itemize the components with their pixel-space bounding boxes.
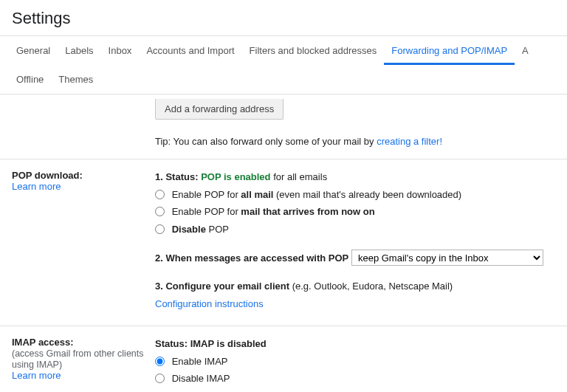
pop-action-select[interactable]: keep Gmail's copy in the Inbox xyxy=(351,250,543,266)
tab-forwarding[interactable]: Forwarding and POP/IMAP xyxy=(384,36,515,65)
pop-opt1-suffix: (even mail that's already been downloade… xyxy=(273,189,461,200)
settings-tabs: General Labels Inbox Accounts and Import… xyxy=(0,35,567,94)
add-forwarding-address-button[interactable]: Add a forwarding address xyxy=(155,99,284,120)
imap-title: IMAP access: xyxy=(12,337,74,348)
tip-text: Tip: You can also forward only some of y… xyxy=(155,136,377,147)
pop-radio-from-now[interactable] xyxy=(155,207,165,216)
pop-opt1-bold: all mail xyxy=(241,189,273,200)
pop-q2-label: 2. When messages are accessed with POP xyxy=(155,252,348,264)
tab-offline[interactable]: Offline xyxy=(9,65,51,94)
tab-addons[interactable]: A xyxy=(515,36,529,65)
tab-accounts[interactable]: Accounts and Import xyxy=(139,36,241,65)
imap-learn-more-link[interactable]: Learn more xyxy=(12,370,61,381)
pop-radio-disable[interactable] xyxy=(155,224,165,234)
pop-status-prefix: 1. Status: xyxy=(155,171,201,182)
pop-config-instructions-link[interactable]: Configuration instructions xyxy=(155,298,264,309)
forwarding-tip: Tip: You can also forward only some of y… xyxy=(155,136,555,147)
imap-status-value: IMAP is disabled xyxy=(190,338,267,349)
pop-learn-more-link[interactable]: Learn more xyxy=(12,181,61,192)
tab-general[interactable]: General xyxy=(9,36,58,65)
pop-opt2-prefix: Enable POP for xyxy=(172,206,241,217)
tab-inbox[interactable]: Inbox xyxy=(101,36,140,65)
imap-opt2-label: Disable IMAP xyxy=(172,373,230,384)
imap-status-prefix: Status: xyxy=(155,338,190,349)
page-title: Settings xyxy=(12,9,555,28)
tab-labels[interactable]: Labels xyxy=(58,36,100,65)
imap-radio-disable[interactable] xyxy=(155,374,165,383)
pop-opt3-bold: Disable xyxy=(172,224,206,235)
imap-opt1-label: Enable IMAP xyxy=(172,356,228,367)
pop-title: POP download: xyxy=(12,170,83,181)
imap-radio-enable[interactable] xyxy=(155,357,165,366)
imap-access-section: IMAP access: (access Gmail from other cl… xyxy=(0,326,567,392)
pop-opt1-prefix: Enable POP for xyxy=(172,189,241,200)
pop-status-value: POP is enabled xyxy=(201,171,270,182)
tab-filters[interactable]: Filters and blocked addresses xyxy=(242,36,385,65)
pop-q3-bold: 3. Configure your email client xyxy=(155,281,289,292)
pop-q3-suffix: (e.g. Outlook, Eudora, Netscape Mail) xyxy=(289,281,453,292)
imap-subtitle: (access Gmail from other clients using I… xyxy=(12,348,144,370)
pop-opt2-bold: mail that arrives from now on xyxy=(241,206,374,217)
pop-status-suffix: for all emails xyxy=(271,171,328,182)
pop-download-section: POP download: Learn more 1. Status: POP … xyxy=(0,159,567,326)
create-filter-link[interactable]: creating a filter! xyxy=(377,136,442,147)
pop-radio-all-mail[interactable] xyxy=(155,190,165,199)
pop-opt3-suffix: POP xyxy=(206,224,229,235)
tab-themes[interactable]: Themes xyxy=(51,65,100,94)
pop-status-row: 1. Status: POP is enabled for all emails xyxy=(155,170,555,185)
